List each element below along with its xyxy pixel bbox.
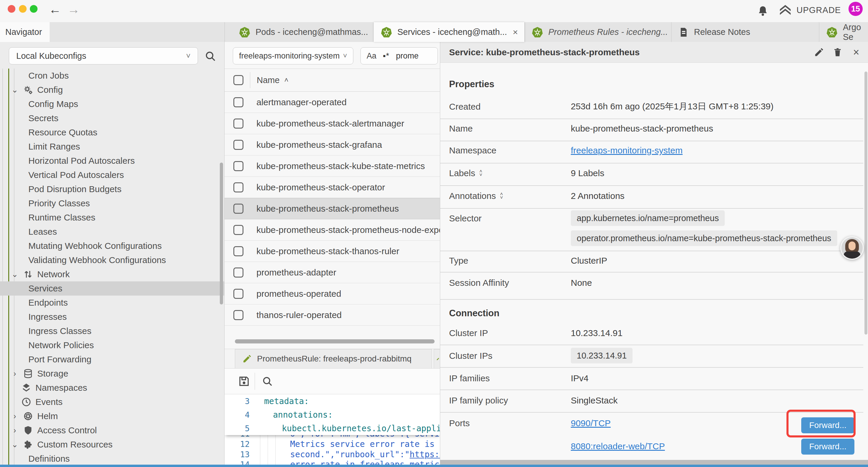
sidebar-item-port-forwarding[interactable]: Port Forwarding bbox=[0, 352, 224, 367]
filter-input[interactable]: Aa ▪* prome bbox=[361, 47, 438, 64]
horizontal-scrollbar[interactable] bbox=[235, 339, 435, 344]
sidebar-item-namespaces[interactable]: Namespaces bbox=[0, 381, 224, 395]
navigator-panel-tab[interactable]: Navigator bbox=[0, 22, 50, 42]
sidebar-item-runtime-classes[interactable]: Runtime Classes bbox=[0, 210, 224, 225]
sidebar-group-helm[interactable]: › Helm bbox=[0, 409, 224, 423]
chevron-right-icon[interactable]: › bbox=[11, 369, 19, 378]
table-row[interactable]: kube-prometheus-stack-kube-state-metrics bbox=[224, 155, 440, 177]
sidebar-group-custom-resources[interactable]: ⌄ Custom Resources bbox=[0, 437, 224, 451]
sidebar-item-network-policies[interactable]: Network Policies bbox=[0, 338, 224, 352]
sidebar-item-cron-jobs[interactable]: Cron Jobs bbox=[0, 68, 224, 83]
forward-port-button-8080[interactable]: Forward... bbox=[801, 439, 855, 455]
close-tab-icon[interactable]: × bbox=[513, 27, 518, 37]
tab-services[interactable]: Services - icecheng@math... × bbox=[374, 22, 524, 42]
namespace-link[interactable]: freeleaps-monitoring-system bbox=[571, 145, 682, 155]
table-row[interactable]: kube-prometheus-stack-operator bbox=[224, 177, 440, 198]
close-window-button[interactable] bbox=[8, 5, 16, 13]
upgrade-button[interactable]: UPGRADE bbox=[779, 4, 841, 16]
row-checkbox[interactable] bbox=[234, 225, 243, 235]
sidebar-item-definitions[interactable]: Definitions bbox=[0, 451, 224, 465]
sidebar-item-vertical-pod-autoscalers[interactable]: Vertical Pod Autoscalers bbox=[0, 168, 224, 182]
sidebar-item-pod-disruption-budgets[interactable]: Pod Disruption Budgets bbox=[0, 182, 224, 196]
chevron-down-icon[interactable]: ⌄ bbox=[11, 85, 19, 95]
expand-collapse-icon[interactable]: ˄˅ bbox=[500, 193, 503, 200]
sidebar-scrollbar[interactable] bbox=[220, 163, 223, 304]
match-case-icon[interactable]: Aa bbox=[367, 52, 376, 61]
table-row[interactable]: kube-prometheus-stack-alertmanager bbox=[224, 113, 440, 134]
port-link-9090[interactable]: 9090/TCP bbox=[571, 418, 611, 428]
table-row[interactable]: prometheus-operated bbox=[224, 283, 440, 304]
sidebar-item-config-maps[interactable]: Config Maps bbox=[0, 97, 224, 111]
sort-ascending-icon[interactable]: ˄ bbox=[284, 76, 288, 84]
sidebar-item-priority-classes[interactable]: Priority Classes bbox=[0, 196, 224, 210]
chevron-down-icon[interactable]: ⌄ bbox=[11, 440, 19, 449]
sidebar-item-endpoints[interactable]: Endpoints bbox=[0, 296, 224, 310]
back-arrow-icon[interactable]: ← bbox=[49, 2, 61, 17]
table-row[interactable]: kube-prometheus-stack-prometheus-node-ex… bbox=[224, 219, 440, 241]
sidebar-item-services[interactable]: Services bbox=[0, 282, 224, 296]
sidebar-item-ingresses[interactable]: Ingresses bbox=[0, 310, 224, 324]
editor-search-icon[interactable] bbox=[262, 376, 273, 388]
sidebar-group-storage[interactable]: › Storage bbox=[0, 367, 224, 381]
row-checkbox[interactable] bbox=[234, 289, 243, 299]
chevron-down-icon[interactable]: ⌄ bbox=[11, 269, 19, 279]
minimize-window-button[interactable] bbox=[19, 5, 27, 13]
row-checkbox[interactable] bbox=[234, 161, 243, 171]
regex-icon[interactable]: ▪* bbox=[383, 52, 390, 61]
sidebar-item-ingress-classes[interactable]: Ingress Classes bbox=[0, 324, 224, 338]
sidebar-item-horizontal-pod-autoscalers[interactable]: Horizontal Pod Autoscalers bbox=[0, 154, 224, 168]
sidebar-group-access-control[interactable]: › Access Control bbox=[0, 423, 224, 437]
row-checkbox[interactable] bbox=[234, 119, 243, 128]
sidebar-item-secrets[interactable]: Secrets bbox=[0, 111, 224, 125]
runbook-url-link[interactable]: https://net bbox=[410, 449, 440, 459]
details-horizontal-scrollbar[interactable] bbox=[440, 460, 868, 465]
notifications-bell-icon[interactable] bbox=[757, 5, 769, 18]
namespace-select[interactable]: freeleaps-monitoring-system ˅ bbox=[233, 47, 353, 64]
tab-prometheus-rules[interactable]: Prometheus Rules - icecheng... bbox=[524, 22, 671, 42]
row-checkbox[interactable] bbox=[234, 246, 243, 256]
editor-tab-prometheusrule[interactable]: PrometheusRule: freeleaps-prod-rabbitmq bbox=[235, 349, 432, 369]
table-row-selected[interactable]: kube-prometheus-stack-prometheus bbox=[224, 198, 440, 219]
sidebar-item-resource-quotas[interactable]: Resource Quotas bbox=[0, 125, 224, 140]
sidebar-item-events[interactable]: Events bbox=[0, 395, 224, 409]
table-row[interactable]: kube-prometheus-stack-thanos-ruler bbox=[224, 241, 440, 262]
editor-tab-partial[interactable] bbox=[434, 349, 440, 369]
row-checkbox[interactable] bbox=[234, 182, 243, 193]
column-header-name[interactable]: Name bbox=[257, 76, 279, 85]
sidebar-item-validating-webhook-configurations[interactable]: Validating Webhook Configurations bbox=[0, 253, 224, 267]
sidebar-search-icon[interactable] bbox=[205, 50, 216, 63]
user-avatar[interactable] bbox=[840, 236, 864, 260]
save-icon[interactable] bbox=[238, 375, 250, 389]
chevron-right-icon[interactable]: › bbox=[11, 412, 19, 421]
edit-pencil-icon[interactable] bbox=[813, 47, 825, 58]
row-checkbox[interactable] bbox=[234, 204, 243, 214]
sidebar-item-leases[interactable]: Leases bbox=[0, 225, 224, 239]
sidebar-item-mutating-webhook-configurations[interactable]: Mutating Webhook Configurations bbox=[0, 239, 224, 253]
row-checkbox[interactable] bbox=[234, 267, 243, 278]
expand-collapse-icon[interactable]: ˄˅ bbox=[479, 170, 482, 177]
row-checkbox[interactable] bbox=[234, 140, 243, 150]
tab-pods[interactable]: Pods - icecheng@mathmas... bbox=[232, 22, 374, 42]
tab-release-notes[interactable]: Release Notes bbox=[671, 22, 819, 42]
sidebar-group-network[interactable]: ⌄ Network bbox=[0, 267, 224, 282]
table-row[interactable]: alertmanager-operated bbox=[224, 92, 440, 113]
tab-argo[interactable]: Argo Se bbox=[819, 22, 868, 42]
table-row[interactable]: prometheus-adapter bbox=[224, 262, 440, 283]
table-row[interactable]: kube-prometheus-stack-grafana bbox=[224, 134, 440, 155]
notification-count-badge[interactable]: 15 bbox=[848, 2, 863, 16]
forward-arrow-icon[interactable]: → bbox=[67, 2, 80, 17]
details-scrollbar[interactable] bbox=[864, 71, 867, 334]
row-checkbox[interactable] bbox=[234, 310, 243, 320]
chevron-right-icon[interactable]: › bbox=[11, 426, 19, 435]
row-checkbox[interactable] bbox=[234, 97, 243, 107]
port-link-8080[interactable]: 8080:reloader-web/TCP bbox=[571, 441, 665, 451]
yaml-editor[interactable]: 11 0", for : nm", labels :{ service : i … bbox=[224, 394, 440, 465]
kubeconfig-select[interactable]: Local Kubeconfigs ˅ bbox=[9, 47, 198, 64]
delete-trash-icon[interactable] bbox=[832, 47, 843, 58]
maximize-window-button[interactable] bbox=[30, 5, 37, 13]
table-row[interactable]: thanos-ruler-operated bbox=[224, 304, 440, 326]
close-panel-icon[interactable]: × bbox=[850, 47, 862, 58]
select-all-checkbox[interactable] bbox=[234, 75, 243, 85]
sidebar-item-limit-ranges[interactable]: Limit Ranges bbox=[0, 140, 224, 154]
sidebar-group-config[interactable]: ⌄ Config bbox=[0, 83, 224, 97]
